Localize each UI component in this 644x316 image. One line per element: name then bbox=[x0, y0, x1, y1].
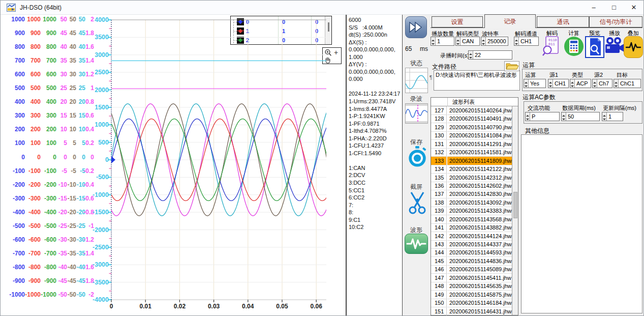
file-list-row[interactable]: 14520200620151144836.jhw bbox=[431, 257, 512, 266]
spin-arrows[interactable] bbox=[469, 51, 473, 59]
file-list-row[interactable]: 13020200620151141084.jhw bbox=[431, 131, 512, 140]
minimize-button[interactable]: – bbox=[583, 1, 604, 15]
file-list-row[interactable]: 13920200620151143383.jhw bbox=[431, 207, 512, 215]
spin-arrows[interactable] bbox=[614, 79, 619, 88]
operation-field-5[interactable]: ChC1 bbox=[614, 79, 641, 88]
trigger-marker[interactable] bbox=[111, 156, 115, 163]
file-list-row[interactable]: 12720200620151140264.jhw bbox=[431, 106, 512, 115]
file-list-row[interactable]: 13220200620151141581.jhw bbox=[431, 148, 512, 157]
file-list-row-selected[interactable]: 13320200620151141809.jhw bbox=[431, 157, 512, 165]
file-list-row[interactable]: 13620200620151142602.jhw bbox=[431, 182, 512, 190]
operation-field-4[interactable]: Ch7 bbox=[592, 79, 612, 88]
ac-params-field-3[interactable]: 1 bbox=[602, 112, 623, 121]
file-list-row[interactable]: 14220200620151144124.jhw bbox=[431, 232, 512, 241]
spin-value: ACP bbox=[575, 79, 591, 88]
计算-icon bbox=[564, 36, 584, 56]
app-icon bbox=[7, 4, 16, 12]
maximize-button[interactable]: □ bbox=[603, 1, 625, 15]
spin-arrows[interactable] bbox=[456, 37, 461, 45]
spin-arrows[interactable] bbox=[481, 37, 486, 45]
tab-记录[interactable]: 记录 bbox=[484, 14, 536, 28]
decode-field-1[interactable]: 1 bbox=[431, 37, 454, 46]
action-button-叠加[interactable] bbox=[624, 36, 643, 58]
spin-arrows[interactable] bbox=[570, 79, 575, 88]
browse-folder-button[interactable] bbox=[504, 61, 519, 71]
file-list-row[interactable]: 12820200620151140491.jhw bbox=[431, 114, 512, 123]
decode-field-2[interactable]: CAN bbox=[455, 37, 480, 46]
file-list-row[interactable]: 14020200620151143568.jhw bbox=[431, 215, 512, 224]
decode-field-3[interactable]: 250000 bbox=[481, 37, 508, 46]
file-list-row[interactable]: 14320200620151144337.jhw bbox=[431, 240, 512, 249]
screenshot-button[interactable] bbox=[406, 191, 428, 214]
file-list-row[interactable]: 12920200620151140790.jhw bbox=[431, 123, 512, 132]
zoom-plus-icon[interactable]: + bbox=[334, 48, 338, 56]
info-line: 5:CC1 bbox=[349, 187, 402, 194]
spin-arrows[interactable] bbox=[562, 112, 566, 121]
record-time-label: 录播时间(s) bbox=[440, 52, 469, 60]
record-wave-button[interactable] bbox=[405, 103, 428, 124]
waveform-plot[interactable] bbox=[107, 18, 326, 304]
spin-arrows[interactable] bbox=[514, 37, 519, 45]
file-list-scrollbar[interactable] bbox=[512, 106, 518, 315]
file-row-index: 138 bbox=[431, 198, 447, 207]
file-list-row[interactable]: 13120200620151141291.jhw bbox=[431, 140, 512, 149]
operation-field-2[interactable]: CH1 bbox=[548, 79, 569, 88]
file-list-row[interactable]: 14820200620151145635.jhw bbox=[431, 282, 512, 291]
action-button-播放[interactable] bbox=[604, 36, 625, 58]
file-list-row[interactable]: 13820200620151143092.jhw bbox=[431, 198, 512, 207]
separator-chart-info bbox=[346, 15, 347, 316]
spin-arrows[interactable] bbox=[524, 79, 529, 88]
action-button-计算[interactable] bbox=[564, 36, 584, 58]
save-button[interactable] bbox=[407, 146, 428, 167]
spin-arrows[interactable] bbox=[548, 79, 553, 88]
fast-forward-button[interactable] bbox=[405, 16, 427, 38]
spin-value: 1 bbox=[436, 37, 454, 45]
status-wave-icon bbox=[406, 68, 427, 93]
file-list-row[interactable]: 14620200620151145089.jhw bbox=[431, 265, 512, 274]
spin-arrows[interactable] bbox=[526, 112, 530, 121]
ac-params-field-2[interactable]: 50 bbox=[561, 112, 600, 121]
spin-arrows[interactable] bbox=[602, 112, 607, 121]
waveform-file-list[interactable]: 波形列表12720200620151140264.jhw128202006201… bbox=[431, 97, 518, 315]
other-info-box[interactable] bbox=[521, 134, 642, 313]
status-button[interactable] bbox=[405, 68, 428, 93]
file-list-row[interactable]: 13420200620151142122.jhw bbox=[431, 165, 512, 174]
file-list-row[interactable]: 13720200620151142830.jhw bbox=[431, 190, 512, 198]
file-list-row[interactable]: 14920200620151145875.jhw bbox=[431, 291, 512, 299]
file-list-row[interactable]: 14420200620151144593.jhw bbox=[431, 248, 512, 257]
axis-label-ch7: 0.6 bbox=[71, 112, 94, 119]
file-path-box[interactable]: D:\快速访问资料\三相机录波波形 bbox=[434, 70, 520, 91]
axis-label-ch7: -1.2 bbox=[71, 236, 94, 243]
file-list-row[interactable]: 15120200620151146431.jhw bbox=[431, 307, 512, 316]
decode-field-4[interactable]: CH1 bbox=[514, 37, 539, 46]
operation-field-3[interactable]: ACP bbox=[570, 79, 591, 88]
record-time-spinner[interactable]: 22 bbox=[468, 50, 512, 60]
tab-信号/功率计[interactable]: 信号/功率计 bbox=[589, 16, 642, 27]
file-list-scrollbar-thumb[interactable] bbox=[513, 192, 517, 218]
info-line: 1-PF:0.9871 bbox=[349, 120, 402, 128]
file-list-row[interactable]: 14720200620151145411.jhw bbox=[431, 274, 512, 282]
waveform-button[interactable] bbox=[405, 234, 428, 254]
action-button-解码[interactable]: 0110011 bbox=[542, 36, 562, 58]
spin-arrows[interactable] bbox=[431, 37, 436, 45]
info-line: ΔY(V) : bbox=[349, 61, 402, 68]
file-row-name: 20200620151145875.jhw bbox=[447, 291, 512, 299]
file-row-name: 20200620151146184.jhw bbox=[447, 299, 512, 307]
ac-params-field-1[interactable]: P bbox=[525, 112, 560, 121]
spin-arrows[interactable] bbox=[593, 79, 597, 88]
action-button-预览[interactable] bbox=[585, 36, 604, 58]
tab-通讯[interactable]: 通讯 bbox=[537, 16, 589, 27]
operation-field-1[interactable]: Yes bbox=[524, 79, 546, 88]
main-axis-label: 2000 bbox=[82, 87, 109, 94]
file-list-row[interactable]: 14120200620151143882.jhw bbox=[431, 223, 512, 232]
file-list-row[interactable]: 13520200620151142312.jhw bbox=[431, 174, 512, 182]
info-line: 1-Irms:8.4477A bbox=[349, 105, 402, 113]
file-list-row[interactable]: 15020200620151146184.jhw bbox=[431, 299, 512, 307]
file-row-index: 142 bbox=[431, 232, 447, 241]
legend-scrollbar-thumb[interactable] bbox=[328, 22, 329, 32]
解码-icon: 0110011 bbox=[542, 36, 560, 56]
screenshot-label: 截屏 bbox=[403, 183, 430, 191]
tab-设置[interactable]: 设置 bbox=[432, 16, 483, 27]
main-axis-label: 4000 bbox=[82, 16, 109, 23]
close-button[interactable]: ✕ bbox=[623, 1, 644, 15]
